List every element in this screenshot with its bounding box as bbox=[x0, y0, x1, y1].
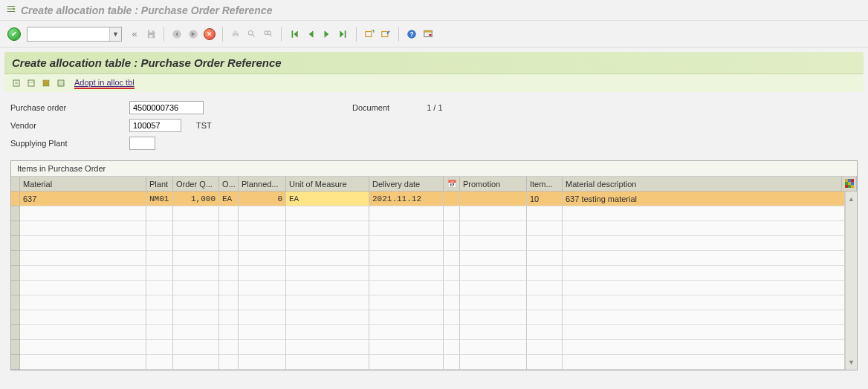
vendor-label: Vendor bbox=[10, 121, 129, 130]
first-page-icon[interactable] bbox=[288, 27, 301, 41]
next-page-icon[interactable] bbox=[320, 27, 334, 41]
table-row-empty[interactable] bbox=[11, 266, 857, 281]
col-item[interactable]: Item... bbox=[527, 177, 563, 192]
grid-container: Items in Purchase Order Material Plant O… bbox=[10, 160, 858, 370]
svg-rect-29 bbox=[851, 185, 854, 188]
plant-label: Supplying Plant bbox=[10, 139, 129, 148]
cell-planned[interactable]: 0 bbox=[239, 192, 286, 206]
cell-delivery[interactable]: 2021.11.12 bbox=[369, 192, 444, 206]
document-value: 1 / 1 bbox=[427, 103, 442, 112]
cell-uom[interactable]: EA bbox=[286, 192, 369, 206]
save-icon[interactable] bbox=[144, 27, 158, 41]
prev-page-icon[interactable] bbox=[304, 27, 317, 41]
deselect-all-icon[interactable] bbox=[55, 77, 67, 89]
svg-rect-18 bbox=[28, 80, 34, 86]
svg-rect-16 bbox=[429, 34, 432, 36]
find-icon[interactable] bbox=[245, 27, 259, 41]
command-input[interactable] bbox=[27, 27, 109, 41]
row-handle[interactable] bbox=[11, 192, 20, 206]
grid-header-row: Material Plant Order Q... O... Planned..… bbox=[11, 177, 857, 192]
svg-rect-5 bbox=[234, 30, 238, 33]
col-config[interactable] bbox=[842, 177, 857, 192]
exit-icon[interactable] bbox=[187, 27, 200, 41]
table-row-empty[interactable] bbox=[11, 295, 857, 310]
last-page-icon[interactable] bbox=[337, 27, 350, 41]
cell-plant[interactable]: NM01 bbox=[146, 192, 173, 206]
col-calendar-icon[interactable]: 📅 bbox=[444, 177, 460, 192]
svg-rect-24 bbox=[845, 182, 848, 185]
col-uom[interactable]: Unit of Measure bbox=[286, 177, 369, 192]
grid-title: Items in Purchase Order bbox=[11, 161, 857, 177]
cell-material[interactable]: 637 bbox=[20, 192, 146, 206]
col-order-qty[interactable]: Order Q... bbox=[173, 177, 219, 192]
svg-rect-11 bbox=[382, 31, 388, 36]
help-icon[interactable]: ? bbox=[405, 27, 418, 41]
table-row-empty[interactable] bbox=[11, 221, 857, 236]
svg-rect-17 bbox=[13, 80, 19, 86]
print-icon[interactable] bbox=[229, 27, 242, 41]
scroll-track[interactable] bbox=[845, 206, 857, 221]
table-row-empty[interactable] bbox=[11, 310, 857, 325]
po-input[interactable] bbox=[129, 101, 204, 114]
col-description[interactable]: Material description bbox=[563, 177, 842, 192]
table-row[interactable]: 637 NM01 1,000 EA 0 EA 2021.11.12 10 637… bbox=[11, 192, 857, 206]
panel-toolbar: Adopt in alloc tbl bbox=[4, 73, 864, 92]
svg-rect-22 bbox=[848, 179, 851, 182]
menu-icon[interactable] bbox=[6, 4, 16, 16]
svg-rect-19 bbox=[43, 80, 49, 86]
row-handle-header[interactable] bbox=[11, 177, 20, 192]
svg-rect-23 bbox=[851, 179, 854, 182]
col-planned[interactable]: Planned... bbox=[239, 177, 286, 192]
col-delivery[interactable]: Delivery date bbox=[369, 177, 444, 192]
table-row-empty[interactable] bbox=[11, 281, 857, 295]
detail-icon[interactable] bbox=[10, 77, 22, 89]
svg-rect-25 bbox=[848, 182, 851, 185]
plant-input[interactable] bbox=[129, 137, 155, 150]
cell-order-qty[interactable]: 1,000 bbox=[173, 192, 219, 206]
content-area: Create allocation table : Purchase Order… bbox=[0, 48, 868, 370]
vendor-input[interactable] bbox=[129, 119, 181, 132]
scroll-down-icon[interactable]: ▼ bbox=[845, 355, 857, 370]
find-next-icon[interactable] bbox=[262, 27, 275, 41]
overview-icon[interactable] bbox=[25, 77, 37, 89]
chevron-down-icon[interactable]: ▼ bbox=[109, 27, 121, 41]
table-row-empty[interactable]: ▼ bbox=[11, 355, 857, 370]
cell-description[interactable]: 637 testing material bbox=[563, 192, 845, 206]
svg-rect-26 bbox=[851, 182, 854, 185]
col-promotion[interactable]: Promotion bbox=[460, 177, 527, 192]
table-row-empty[interactable] bbox=[11, 236, 857, 251]
back-icon[interactable]: « bbox=[128, 27, 141, 41]
table-row-empty[interactable] bbox=[11, 340, 857, 355]
col-plant[interactable]: Plant bbox=[146, 177, 173, 192]
scroll-up-icon[interactable]: ▲ bbox=[845, 192, 857, 206]
table-row-empty[interactable] bbox=[11, 206, 857, 221]
config-icon bbox=[845, 179, 854, 189]
adopt-button[interactable]: Adopt in alloc tbl bbox=[74, 78, 135, 89]
back-nav-icon[interactable] bbox=[170, 27, 184, 41]
cell-item[interactable]: 10 bbox=[527, 192, 563, 206]
svg-text:?: ? bbox=[410, 30, 414, 37]
po-label: Purchase order bbox=[10, 103, 129, 112]
svg-rect-0 bbox=[149, 30, 153, 32]
panel-header: Create allocation table : Purchase Order… bbox=[4, 52, 864, 73]
cell-order-uom[interactable]: EA bbox=[219, 192, 239, 206]
cell-calendar[interactable] bbox=[444, 192, 460, 206]
cell-promotion[interactable] bbox=[460, 192, 527, 206]
layout-icon[interactable] bbox=[421, 27, 435, 41]
table-row-empty[interactable] bbox=[11, 325, 857, 340]
col-order-uom[interactable]: O... bbox=[219, 177, 239, 192]
command-field[interactable]: ▼ bbox=[27, 27, 122, 42]
svg-rect-20 bbox=[58, 80, 64, 86]
ok-icon[interactable]: ✔ bbox=[7, 27, 21, 41]
cancel-icon[interactable]: ✕ bbox=[203, 27, 216, 41]
shortcut-icon[interactable] bbox=[379, 27, 392, 41]
svg-rect-1 bbox=[149, 35, 153, 38]
window-title: Create allocation table : Purchase Order… bbox=[21, 4, 272, 16]
svg-rect-27 bbox=[845, 185, 848, 188]
svg-rect-10 bbox=[366, 31, 372, 36]
select-all-icon[interactable] bbox=[40, 77, 52, 89]
svg-rect-15 bbox=[424, 30, 433, 32]
new-session-icon[interactable] bbox=[363, 27, 376, 41]
col-material[interactable]: Material bbox=[20, 177, 146, 192]
table-row-empty[interactable] bbox=[11, 251, 857, 266]
